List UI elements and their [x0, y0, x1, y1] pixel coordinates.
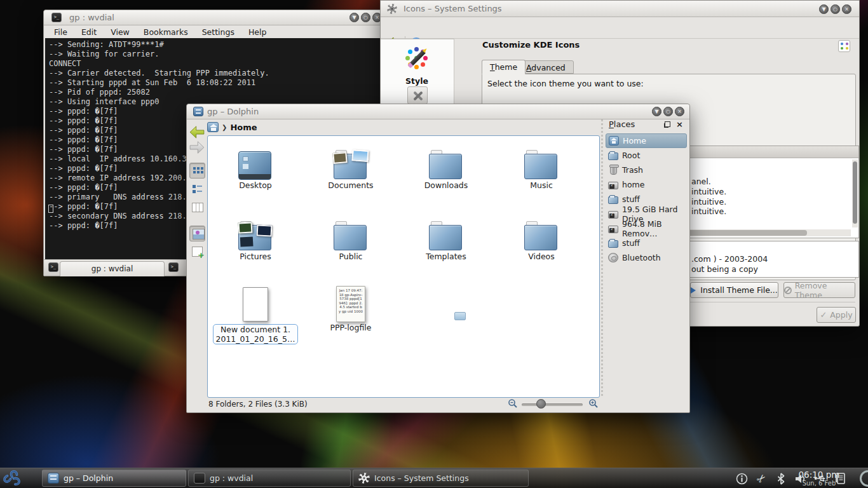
place-icon — [610, 165, 617, 175]
task-label: Icons – System Settings — [374, 473, 469, 483]
zoom-in-icon[interactable] — [588, 398, 599, 409]
minimize-icon[interactable]: ▼ — [349, 13, 359, 22]
task-icon — [48, 473, 59, 484]
file-item[interactable]: Videos — [494, 211, 589, 282]
place-icon — [608, 226, 618, 233]
tab-advanced[interactable]: Advanced — [518, 60, 574, 74]
task-icon — [194, 473, 205, 484]
menu-item[interactable]: Bookmarks — [144, 27, 188, 37]
file-label: PPP-logfile — [330, 323, 372, 332]
close-panel-icon[interactable]: × — [676, 119, 683, 129]
icons-view-icon[interactable] — [189, 163, 205, 179]
taskbar-task[interactable]: gp : wvdial — [188, 470, 351, 487]
menu-item[interactable]: View — [111, 27, 130, 37]
file-label: Videos — [528, 252, 555, 261]
clock[interactable]: 06:10 pm Sun, 6 Feb — [794, 470, 844, 487]
place-label: Home — [623, 136, 646, 146]
places-item[interactable]: Trash — [606, 163, 687, 177]
file-label: New document 1. — [216, 325, 295, 334]
menu-item[interactable]: Edit — [81, 27, 97, 37]
bluetooth-icon[interactable] — [775, 472, 787, 485]
file-item[interactable]: Downloads — [398, 140, 494, 211]
dolphin-titlebar[interactable]: gp – Dolphin ▼ ○ × — [187, 104, 689, 119]
maximize-icon[interactable]: ○ — [831, 4, 840, 14]
place-label: Root — [622, 151, 640, 160]
maximize-icon[interactable]: ○ — [663, 107, 673, 116]
thumbnail-artifact — [454, 312, 466, 320]
menu-item[interactable]: File — [54, 27, 67, 37]
places-item[interactable]: home — [606, 177, 687, 192]
taskbar-task[interactable]: Icons – System Settings — [353, 470, 529, 487]
file-grid: Desktop Documents — [208, 140, 589, 353]
file-label: Downloads — [424, 180, 468, 190]
back-icon[interactable] — [189, 126, 206, 139]
place-label: stuff — [622, 238, 640, 248]
split-view-icon[interactable] — [189, 244, 205, 260]
places-item[interactable]: 964.8 MiB Remov… — [606, 221, 687, 236]
minimize-icon[interactable]: ▼ — [819, 4, 829, 14]
icon-view-mode-icon[interactable] — [838, 40, 850, 52]
page-title: Customize KDE Icons — [482, 40, 580, 50]
place-icon — [608, 182, 618, 189]
float-panel-icon[interactable] — [665, 121, 670, 127]
info-icon[interactable] — [735, 472, 748, 485]
vertical-scrollbar[interactable] — [852, 159, 858, 227]
columns-view-icon[interactable] — [189, 200, 205, 215]
terminal-title: gp : wvdial — [69, 13, 114, 22]
description-line: .com ) - 2003-2004 — [691, 254, 768, 264]
place-label: home — [622, 180, 644, 189]
zoom-slider[interactable] — [522, 403, 583, 406]
terminal-titlebar[interactable]: >_ gp : wvdial ▼ ○ × — [44, 10, 386, 25]
terminal-tab[interactable]: gp : wvdial — [60, 261, 165, 276]
place-icon — [608, 196, 618, 204]
file-item[interactable]: Public — [303, 211, 398, 282]
terminal-cursor — [48, 205, 53, 213]
places-item[interactable]: Bluetooth — [606, 250, 687, 265]
scissors-icon[interactable]: ✂ — [752, 470, 770, 487]
system-settings-titlebar[interactable]: Icons – System Settings ▼ ○ × — [381, 1, 859, 17]
taskbar-task[interactable]: gp – Dolphin — [42, 470, 186, 487]
clock-date: Sun, 6 Feb — [794, 480, 844, 487]
dolphin-title: gp – Dolphin — [207, 107, 259, 116]
taskbar: gp – Dolphin gp : wvdial Icons – System … — [0, 468, 868, 488]
file-item[interactable]: Desktop — [208, 140, 303, 211]
places-item[interactable]: Home — [606, 133, 687, 148]
zoom-out-icon[interactable] — [508, 398, 518, 409]
app-launcher-logo-icon[interactable] — [3, 469, 22, 488]
preview-icon[interactable] — [189, 226, 205, 241]
close-icon[interactable]: × — [675, 107, 684, 116]
panel-toolbox-icon[interactable] — [860, 470, 868, 487]
file-label: Public — [339, 252, 363, 261]
breadcrumb-home[interactable]: Home — [230, 123, 257, 132]
remove-theme-button[interactable]: Remove Theme — [783, 282, 855, 298]
file-item[interactable]: Templates — [398, 211, 494, 282]
forward-icon[interactable] — [189, 141, 206, 154]
apply-button[interactable]: ✓Apply — [817, 307, 856, 323]
new-tab-icon[interactable]: >_ — [48, 262, 58, 272]
tab-list-icon[interactable]: >_ — [168, 262, 179, 272]
file-item[interactable]: Music — [494, 140, 589, 211]
task-label: gp : wvdial — [210, 473, 253, 483]
file-item[interactable]: Documents — [303, 140, 398, 211]
sidebar-item-style[interactable]: Style — [381, 44, 453, 86]
zoom-slider-handle[interactable] — [536, 399, 546, 409]
file-item[interactable]: New document 1. 2011_01_20_16_5… — [208, 282, 303, 353]
close-icon[interactable]: × — [842, 4, 851, 14]
tools-icon[interactable] — [407, 86, 428, 104]
maximize-icon[interactable]: ○ — [361, 13, 370, 22]
details-view-icon[interactable] — [189, 181, 205, 197]
place-icon — [608, 253, 618, 262]
menu-item[interactable]: Help — [248, 27, 267, 37]
home-icon[interactable] — [207, 122, 219, 132]
system-settings-toolbar: ? — [381, 17, 859, 39]
file-item[interactable]: Jan 17 09:47:18 gp-Aspire-5738 pppd[1946… — [303, 282, 398, 353]
list-row-text: intuitive. — [691, 187, 726, 197]
file-item[interactable]: Pictures — [208, 211, 303, 282]
install-theme-button[interactable]: Install Theme File... — [690, 282, 778, 298]
menu-item[interactable]: Settings — [202, 27, 234, 37]
minimize-icon[interactable]: ▼ — [652, 107, 661, 116]
tab-theme[interactable]: Theme — [482, 60, 526, 74]
folder-view[interactable]: Desktop Documents — [207, 135, 600, 398]
places-item[interactable]: Root — [606, 148, 687, 163]
sidebar-item-label: Style — [381, 76, 453, 86]
